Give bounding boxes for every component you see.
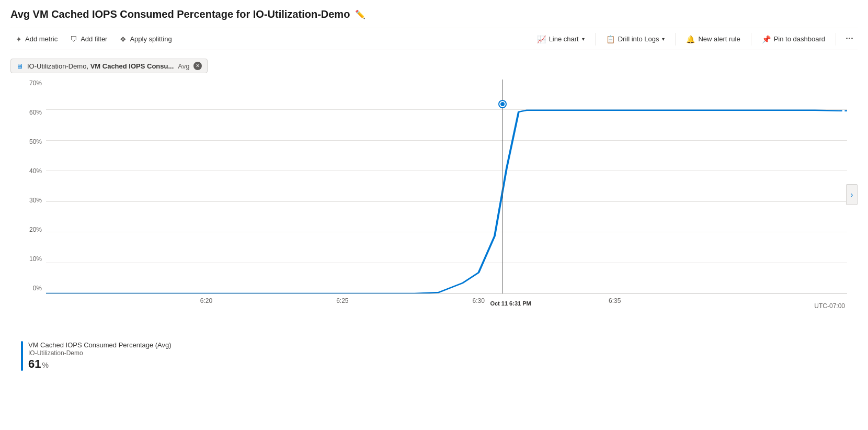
apply-splitting-button[interactable]: ❖ Apply splitting xyxy=(115,32,177,47)
x-label-625: 6:25 xyxy=(336,297,348,304)
y-label-60: 60% xyxy=(21,109,46,116)
line-chart-icon: 📈 xyxy=(537,35,546,43)
add-metric-button[interactable]: ✦ Add metric xyxy=(10,32,63,47)
timezone-label: UTC-07:00 xyxy=(814,302,845,310)
filter-icon: ⛉ xyxy=(70,35,77,43)
crosshair-line xyxy=(502,80,503,293)
pin-to-dashboard-button[interactable]: 📌 Pin to dashboard xyxy=(757,32,830,47)
add-filter-button[interactable]: ⛉ Add filter xyxy=(65,32,112,47)
y-axis: 0% 10% 20% 30% 40% 50% 60% 70% xyxy=(21,80,46,294)
logs-chevron-icon: ▾ xyxy=(662,36,665,42)
legend-info: VM Cached IOPS Consumed Percentage (Avg)… xyxy=(28,341,172,371)
line-chart-button[interactable]: 📈 Line chart ▾ xyxy=(532,32,590,47)
toolbar-divider-4 xyxy=(836,33,836,46)
logs-icon: 📋 xyxy=(606,35,615,43)
vm-icon: 🖥 xyxy=(16,62,23,70)
legend-color-bar xyxy=(21,341,23,371)
y-label-10: 10% xyxy=(21,255,46,263)
legend-value: 61% xyxy=(28,357,172,371)
x-label-oct11: Oct 11 6:31 PM xyxy=(490,300,531,307)
drill-into-logs-button[interactable]: 📋 Drill into Logs ▾ xyxy=(601,32,670,47)
alert-icon: 🔔 xyxy=(686,35,695,43)
toolbar: ✦ Add metric ⛉ Add filter ❖ Apply splitt… xyxy=(10,28,858,50)
metric-tag-resource: IO-Utilization-Demo, VM Cached IOPS Cons… xyxy=(27,62,174,70)
line-chart-chevron-icon: ▾ xyxy=(582,36,585,42)
title-row: Avg VM Cached IOPS Consumed Percentage f… xyxy=(10,8,858,20)
chart-inner: 0% 10% 20% 30% 40% 50% 60% 70% xyxy=(21,80,858,310)
x-label-635: 6:35 xyxy=(609,297,621,304)
metric-tag-row: 🖥 IO-Utilization-Demo, VM Cached IOPS Co… xyxy=(10,59,858,73)
legend-bar: VM Cached IOPS Consumed Percentage (Avg)… xyxy=(21,341,858,371)
expand-chart-button[interactable]: › xyxy=(846,184,858,205)
x-label-630: 6:30 xyxy=(473,297,485,304)
metric-tag: 🖥 IO-Utilization-Demo, VM Cached IOPS Co… xyxy=(10,59,208,73)
toolbar-divider-2 xyxy=(675,33,676,46)
x-axis: 6:20 6:25 6:30 Oct 11 6:31 PM 6:35 xyxy=(46,295,847,310)
add-metric-icon: ✦ xyxy=(16,35,22,43)
x-label-620: 6:20 xyxy=(200,297,212,304)
y-label-30: 30% xyxy=(21,197,46,204)
legend-metric-name: VM Cached IOPS Consumed Percentage (Avg) xyxy=(28,341,172,349)
page-container: Avg VM Cached IOPS Consumed Percentage f… xyxy=(0,0,868,430)
page-title: Avg VM Cached IOPS Consumed Percentage f… xyxy=(10,8,350,20)
toolbar-right: 📈 Line chart ▾ 📋 Drill into Logs ▾ 🔔 New… xyxy=(532,31,858,47)
data-point xyxy=(499,101,506,107)
y-label-50: 50% xyxy=(21,138,46,145)
legend-resource: IO-Utilization-Demo xyxy=(28,349,172,357)
y-label-40: 40% xyxy=(21,167,46,175)
pin-icon: 📌 xyxy=(762,35,771,43)
edit-icon[interactable]: ✏️ xyxy=(355,9,366,19)
chart-plot[interactable] xyxy=(46,80,847,294)
metric-tag-avg: Avg xyxy=(178,62,189,70)
toolbar-left: ✦ Add metric ⛉ Add filter ❖ Apply splitt… xyxy=(10,32,532,47)
chart-svg xyxy=(46,80,847,293)
y-label-0: 0% xyxy=(21,285,46,292)
toolbar-divider-3 xyxy=(751,33,751,46)
metric-tag-close-button[interactable]: ✕ xyxy=(193,62,202,70)
legend-area: VM Cached IOPS Consumed Percentage (Avg)… xyxy=(10,341,858,371)
toolbar-divider-1 xyxy=(595,33,596,46)
more-options-button[interactable]: ··· xyxy=(841,31,858,47)
y-label-20: 20% xyxy=(21,226,46,233)
chart-area: 0% 10% 20% 30% 40% 50% 60% 70% xyxy=(10,80,858,336)
splitting-icon: ❖ xyxy=(120,35,127,43)
y-label-70: 70% xyxy=(21,80,46,87)
new-alert-rule-button[interactable]: 🔔 New alert rule xyxy=(681,32,745,47)
